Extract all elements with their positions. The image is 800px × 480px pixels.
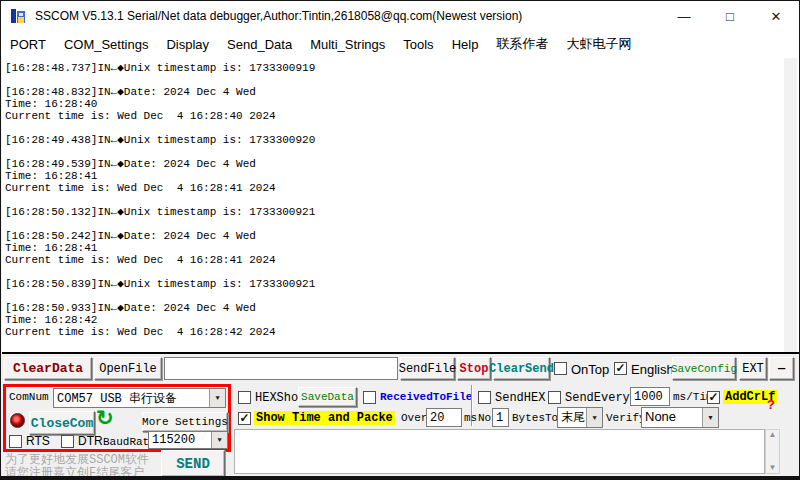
send-hex-label: SendHEX [495, 391, 545, 405]
show-time-checkbox[interactable]: ✓ [238, 412, 251, 425]
clear-send-button[interactable]: ClearSend [493, 357, 550, 380]
menu-daxia-site[interactable]: 大虾电子网 [557, 35, 640, 53]
clear-data-button[interactable]: ClearData [4, 357, 92, 380]
maximize-button[interactable]: □ [707, 1, 753, 31]
com-num-label: ComNum [9, 391, 49, 403]
open-file-button[interactable]: OpenFile [94, 357, 162, 380]
bytes-to-label: BytesTo [512, 412, 558, 424]
add-crlf-checkbox[interactable]: ✓ [707, 391, 720, 404]
check-icon: ✓ [239, 411, 249, 425]
title-bar: SSCOM V5.13.1 Serial/Net data debugger,A… [1, 1, 799, 31]
close-button[interactable]: ✕ [753, 1, 799, 31]
no-label: No [478, 412, 491, 424]
on-top-label: OnTop [571, 362, 609, 377]
terminal-scrollbar[interactable] [784, 58, 797, 352]
check-icon: ✓ [708, 390, 718, 404]
send-hex-checkbox[interactable] [478, 391, 491, 404]
send-data-textarea[interactable] [234, 429, 765, 474]
english-checkbox[interactable]: ✓ [614, 362, 627, 375]
bytes-to-select[interactable]: 末尾 ▼ [557, 407, 603, 428]
save-config-button[interactable]: SaveConfig [672, 357, 736, 380]
overtime-ms-label: ms [464, 412, 477, 424]
verify-label: Verify [606, 412, 646, 424]
stop-button[interactable]: Stop [457, 357, 491, 380]
com-status-led-icon [10, 413, 25, 428]
menu-help[interactable]: Help [443, 37, 488, 52]
verify-value: None [642, 408, 702, 427]
file-path-input[interactable] [164, 357, 398, 380]
help-icon[interactable]: ? [767, 398, 775, 413]
dtr-checkbox[interactable] [61, 435, 74, 448]
hex-show-checkbox[interactable] [238, 391, 251, 404]
scroll-up-icon[interactable]: ▲ [769, 430, 777, 440]
promo-text: 为了更好地发展SSCOM软件 请您注册嘉立创F结尾客户 [5, 454, 149, 480]
overtime-input[interactable] [426, 408, 462, 427]
menu-tools[interactable]: Tools [394, 37, 442, 52]
menu-contact-author[interactable]: 联系作者 [487, 35, 557, 53]
chevron-down-icon[interactable]: ▼ [586, 408, 602, 427]
on-top-checkbox[interactable] [554, 362, 567, 375]
more-settings-button[interactable]: More Settings [142, 412, 228, 432]
bytes-count-input[interactable] [492, 408, 509, 427]
sscom-window: SSCOM V5.13.1 Serial/Net data debugger,A… [0, 0, 800, 480]
verify-select[interactable]: None ▼ [641, 407, 719, 428]
menu-com-settings[interactable]: COM_Settings [55, 37, 158, 52]
received-to-file-label: ReceivedToFile [380, 391, 472, 403]
baud-rate-select[interactable]: 115200 ▼ [148, 431, 228, 449]
chevron-down-icon[interactable]: ▼ [211, 432, 227, 448]
bytes-to-value: 末尾 [558, 408, 586, 427]
baud-rate-value: 115200 [149, 432, 211, 448]
promo-line-2: 请您注册嘉立创F结尾客户 [5, 467, 149, 480]
dtr-label: DTR [78, 434, 103, 448]
close-com-button[interactable]: CloseCom [29, 411, 95, 435]
menu-multi-strings[interactable]: Multi_Strings [301, 37, 394, 52]
baud-rate-label: BaudRat [103, 436, 149, 448]
refresh-ports-icon[interactable]: ↻ [96, 407, 114, 428]
chevron-down-icon[interactable]: ▼ [209, 389, 225, 407]
menu-display[interactable]: Display [157, 37, 218, 52]
app-icon [10, 7, 28, 25]
send-every-checkbox[interactable] [548, 391, 561, 404]
minimize-button[interactable]: — [661, 1, 707, 31]
save-data-button[interactable]: SaveData [298, 387, 357, 407]
com-port-value: COM57 USB 串行设备 [54, 389, 209, 407]
chevron-down-icon[interactable]: ▼ [702, 408, 718, 427]
send-file-button[interactable]: SendFile [400, 357, 455, 380]
send-button[interactable]: SEND [161, 450, 225, 477]
check-icon: ✓ [615, 361, 625, 375]
menu-bar: PORT COM_Settings Display Send_Data Mult… [1, 31, 799, 57]
com-port-select[interactable]: COM57 USB 串行设备 ▼ [53, 388, 226, 408]
scroll-down-icon[interactable]: ▼ [769, 463, 777, 473]
rts-checkbox[interactable] [9, 435, 22, 448]
window-title: SSCOM V5.13.1 Serial/Net data debugger,A… [35, 9, 522, 23]
send-area-scrollbar[interactable]: ▲ ▼ [765, 429, 780, 474]
send-every-label: SendEvery: [565, 391, 637, 405]
window-controls: — □ ✕ [661, 1, 799, 31]
menu-port[interactable]: PORT [1, 37, 55, 52]
english-label: English [631, 362, 674, 377]
show-time-label: Show Time and Packe [254, 411, 395, 425]
rts-label: RTS [26, 434, 50, 448]
com-settings-panel: ComNum COM57 USB 串行设备 ▼ CloseCom ↻ More … [3, 384, 231, 452]
send-interval-input[interactable] [630, 387, 670, 406]
terminal-output[interactable]: [16:28:48.737]IN←◆Unix timestamp is: 173… [2, 57, 800, 354]
received-to-file-checkbox[interactable] [363, 391, 376, 404]
menu-send-data[interactable]: Send_Data [218, 37, 301, 52]
ext-button[interactable]: EXT [739, 357, 767, 380]
collapse-panel-button[interactable]: — [769, 357, 794, 380]
